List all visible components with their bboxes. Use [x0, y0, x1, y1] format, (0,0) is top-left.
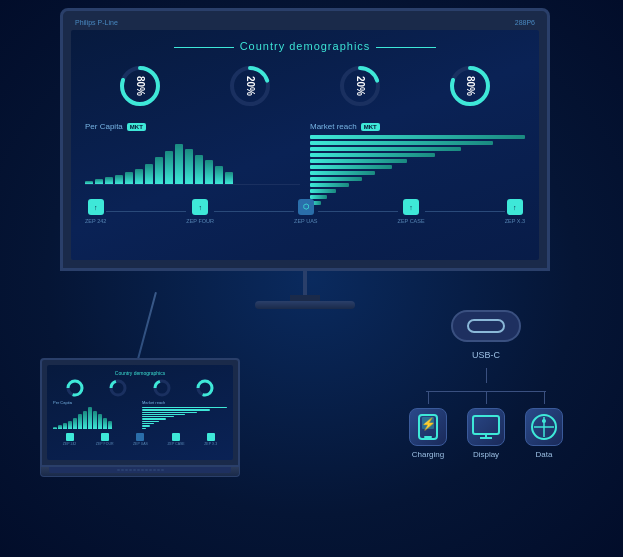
- laptop-circle-2: [109, 379, 127, 397]
- bar-8: [155, 157, 163, 184]
- bar-3: [105, 177, 113, 184]
- laptop-hbar-8: [142, 423, 154, 424]
- market-reach-title: Market reach: [310, 122, 357, 131]
- timeline-line-2: [214, 211, 294, 212]
- laptop-tnode-1: ZEP 242: [63, 433, 77, 446]
- hbar-row-4: [310, 153, 525, 157]
- usbc-branch-display: Display: [467, 392, 505, 459]
- circle-item-3: 20%: [336, 62, 384, 110]
- laptop-tdot-4: [172, 433, 180, 441]
- monitor-brand-right: 288P6: [515, 19, 535, 26]
- usbc-branch-data: Data: [525, 392, 563, 459]
- laptop-tlabel-2: ZEP FOUR: [96, 442, 114, 446]
- laptop-bar-11: [103, 418, 107, 429]
- usbc-branch-line-display: [486, 392, 487, 404]
- monitor-frame: Philips P-Line 288P6 Country demographic…: [60, 8, 550, 271]
- laptop-market-reach: Market reach: [142, 400, 227, 429]
- bar-14: [215, 166, 223, 184]
- monitor-screen-title: Country demographics: [85, 40, 525, 52]
- hbar-row-10: [310, 189, 525, 193]
- timeline-container: ↑ ZEP 242 ↑ ZEP FOUR ⬡ ZEP UAS ↑ ZEP CAS…: [85, 195, 525, 226]
- laptop-bar-5: [73, 418, 77, 429]
- charging-icon-box: ⚡: [409, 408, 447, 446]
- svg-rect-21: [473, 416, 499, 434]
- timeline-line-3: [318, 211, 398, 212]
- laptop-screen: Country demographics: [47, 365, 233, 460]
- laptop-tlabel-3: ZEP UAS: [133, 442, 148, 446]
- laptop-bar-7: [83, 411, 87, 429]
- laptop-hbar-6: [142, 418, 166, 419]
- laptop-tnode-5: ZEP X.3: [204, 433, 217, 446]
- charging-label: Charging: [412, 450, 444, 459]
- laptop-bar-10: [98, 414, 102, 429]
- laptop-tdot-2: [101, 433, 109, 441]
- hbar-row-6: [310, 165, 525, 169]
- laptop-hbar-3: [142, 412, 197, 413]
- bar-5: [125, 172, 133, 184]
- laptop-timeline: ZEP 242 ZEP FOUR ZEP UAS ZEP CASE ZEP X.…: [53, 433, 227, 446]
- hbar-5: [310, 159, 407, 163]
- usbc-section: USB-C ⚡ Charging: [409, 310, 563, 459]
- laptop-screen-frame: Country demographics: [40, 358, 240, 467]
- timeline-line-1: [106, 211, 186, 212]
- laptop-hbar-4: [142, 414, 185, 415]
- hbar-row-5: [310, 159, 525, 163]
- bar-7: [145, 164, 153, 184]
- laptop-hbar-5: [142, 416, 174, 417]
- bar-9: [165, 151, 173, 184]
- market-reach-section: Market reach MKT: [310, 122, 525, 185]
- laptop-bars: [53, 407, 138, 429]
- circle-ring-4: 80%: [446, 62, 494, 110]
- hbar-row-8: [310, 177, 525, 181]
- laptop-tnode-2: ZEP FOUR: [96, 433, 114, 446]
- laptop-per-capita-title: Per Capita: [53, 400, 138, 405]
- timeline-node-2: ↑ ZEP FOUR: [186, 199, 214, 224]
- laptop-key-2: [121, 469, 124, 471]
- circle-ring-1: 80%: [116, 62, 164, 110]
- timeline-label-3: ZEP UAS: [294, 218, 317, 224]
- per-capita-title: Per Capita: [85, 122, 123, 131]
- timeline-dot-usb: ⬡: [298, 199, 314, 215]
- per-capita-bar-chart: [85, 135, 300, 185]
- usbc-branch-container: ⚡ Charging Display: [409, 391, 563, 459]
- laptop-bar-9: [93, 411, 97, 429]
- laptop-hbar-7: [142, 421, 159, 422]
- laptop-tdot-1: [66, 433, 74, 441]
- timeline-dot-2: ↑: [192, 199, 208, 215]
- per-capita-section: Per Capita MKT: [85, 122, 300, 185]
- circles-row: 80% 20%: [85, 62, 525, 110]
- usbc-branch-charging: ⚡ Charging: [409, 392, 447, 459]
- hbar-10: [310, 189, 336, 193]
- hbar-7: [310, 171, 375, 175]
- bar-6: [135, 169, 143, 184]
- hbar-row-2: [310, 141, 525, 145]
- hbar-8: [310, 177, 362, 181]
- monitor-stand-base: [255, 301, 355, 309]
- timeline-label-1: ZEP 242: [85, 218, 106, 224]
- data-label: Data: [536, 450, 553, 459]
- laptop-key-11: [157, 469, 160, 471]
- usbc-line-down: [486, 368, 487, 383]
- laptop: Country demographics: [40, 358, 240, 477]
- circle-item-1: 80%: [116, 62, 164, 110]
- laptop-per-capita: Per Capita: [53, 400, 138, 429]
- laptop-bar-2: [58, 425, 62, 429]
- timeline-label-5: ZEP X.3: [505, 218, 525, 224]
- laptop-circles-row: [53, 379, 227, 397]
- laptop-tdot-5: [207, 433, 215, 441]
- timeline-dot-1: ↑: [88, 199, 104, 215]
- laptop-hbar-10: [142, 428, 146, 429]
- laptop-bar-charts: Per Capita: [53, 400, 227, 429]
- laptop-base: [40, 467, 240, 477]
- laptop-key-4: [129, 469, 132, 471]
- hbar-row-1: [310, 135, 525, 139]
- circle-label-4: 80%: [465, 76, 476, 96]
- laptop-keyboard: [49, 467, 231, 473]
- timeline-node-4: ↑ ZEP CASE: [398, 199, 425, 224]
- laptop-keyboard-keys: [117, 469, 164, 471]
- usbc-branch-line-data: [544, 392, 545, 404]
- market-reach-title-row: Market reach MKT: [310, 122, 525, 131]
- usbc-branch-line-charging: [428, 392, 429, 404]
- bar-12: [195, 155, 203, 184]
- timeline-node-1: ↑ ZEP 242: [85, 199, 106, 224]
